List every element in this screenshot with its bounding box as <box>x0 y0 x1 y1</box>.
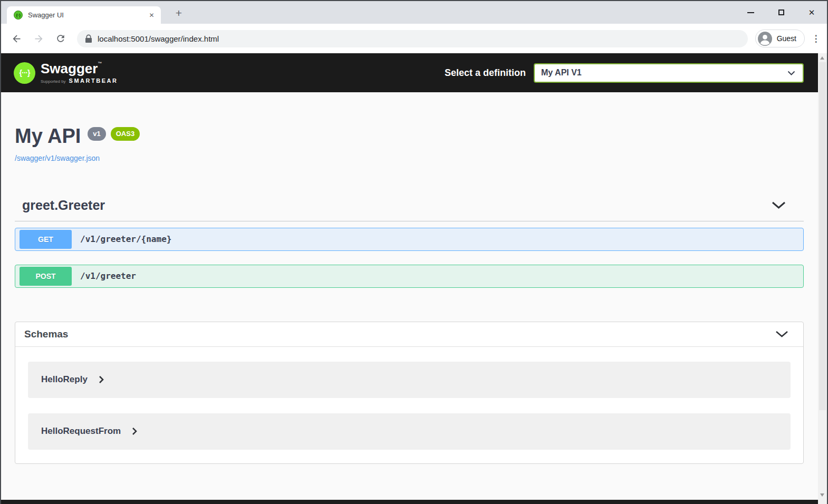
browser-tab-swagger-ui[interactable]: {··} Swagger UI ✕ <box>7 6 161 24</box>
avatar-icon <box>758 32 772 46</box>
lock-icon <box>85 34 92 43</box>
forward-arrow-icon <box>33 33 44 44</box>
supported-by-text: Supported by <box>41 79 66 84</box>
model-name: HelloReply <box>41 374 88 385</box>
swagger-favicon-icon: {··} <box>14 11 23 20</box>
method-badge-get: GET <box>20 230 72 249</box>
forward-button[interactable] <box>32 32 45 45</box>
scrollbar-corner <box>818 500 827 504</box>
back-arrow-icon <box>11 33 22 44</box>
spec-json-link[interactable]: /swagger/v1/swagger.json <box>15 154 100 162</box>
chevron-down-icon <box>787 71 795 75</box>
model-hellorequestfrom[interactable]: HelloRequestFrom <box>28 413 791 450</box>
trademark-symbol: ™ <box>98 61 102 66</box>
schemas-section: Schemas HelloReply HelloRequestFrom <box>15 322 804 464</box>
tab-close-icon[interactable]: ✕ <box>147 10 157 20</box>
api-info-section: My API v1 OAS3 /swagger/v1/swagger.json <box>15 92 804 163</box>
select-definition-label: Select a definition <box>445 67 526 79</box>
profile-name: Guest <box>777 34 796 43</box>
tag-section-greet-greeter[interactable]: greet.Greeter <box>15 198 804 221</box>
tag-name: greet.Greeter <box>22 198 105 213</box>
minimize-button[interactable] <box>735 1 766 24</box>
reload-button[interactable] <box>54 32 68 45</box>
swagger-logo-icon: {···} <box>14 62 35 84</box>
minimize-icon <box>747 12 754 13</box>
operation-path: /v1/greeter <box>80 271 136 281</box>
scrollbar-down-arrow-icon[interactable] <box>820 493 824 497</box>
reload-icon <box>55 33 66 44</box>
tab-title: Swagger UI <box>28 11 147 19</box>
chevron-right-icon <box>99 375 104 384</box>
tag-chevron-down-icon[interactable] <box>772 201 786 209</box>
swagger-page: My API v1 OAS3 /swagger/v1/swagger.json … <box>1 92 820 500</box>
models-list: HelloReply HelloRequestFrom <box>15 347 803 463</box>
method-badge-post: POST <box>20 267 72 286</box>
version-badge: v1 <box>88 127 105 141</box>
chevron-right-icon <box>132 427 137 435</box>
model-name: HelloRequestFrom <box>41 426 121 437</box>
back-button[interactable] <box>9 32 23 45</box>
browser-window: {··} Swagger UI ✕ + ✕ localhost:5001/swa… <box>0 0 828 504</box>
scrollbar-thumb[interactable] <box>819 62 826 410</box>
url-text: localhost:5001/swagger/index.html <box>98 34 219 43</box>
swagger-logo: {···} Swagger™ Supported by SMARTBEAR <box>14 62 118 84</box>
schemas-chevron-down-icon[interactable] <box>775 331 788 337</box>
model-helloreply[interactable]: HelloReply <box>28 362 791 398</box>
operation-get-greeter[interactable]: GET /v1/greeter/{name} <box>15 228 804 251</box>
api-title: My API <box>15 125 81 148</box>
browser-toolbar: localhost:5001/swagger/index.html Guest … <box>1 24 827 53</box>
schemas-header[interactable]: Schemas <box>15 322 803 347</box>
oas3-badge: OAS3 <box>111 127 140 141</box>
schemas-title: Schemas <box>24 328 68 340</box>
operation-post-greeter[interactable]: POST /v1/greeter <box>15 265 804 288</box>
maximize-icon <box>778 9 784 15</box>
vertical-scrollbar[interactable] <box>818 53 827 500</box>
window-bottom-edge <box>1 500 827 504</box>
smartbear-brand: SMARTBEAR <box>69 77 118 84</box>
scrollbar-up-arrow-icon[interactable] <box>820 56 824 60</box>
selected-definition: My API V1 <box>541 68 582 77</box>
brand-name: Swagger <box>41 61 98 76</box>
window-controls: ✕ <box>735 1 827 24</box>
definition-select[interactable]: My API V1 <box>534 63 804 83</box>
swagger-topbar: {···} Swagger™ Supported by SMARTBEAR Se… <box>1 53 820 92</box>
operation-path: /v1/greeter/{name} <box>80 234 171 244</box>
profile-button[interactable]: Guest <box>755 30 805 47</box>
tab-strip: {··} Swagger UI ✕ + ✕ <box>1 1 827 24</box>
window-close-icon: ✕ <box>808 8 815 16</box>
window-close-button[interactable]: ✕ <box>796 1 827 24</box>
maximize-button[interactable] <box>766 1 796 24</box>
browser-menu-button[interactable]: ⋮ <box>810 33 822 44</box>
address-bar[interactable]: localhost:5001/swagger/index.html <box>77 30 748 47</box>
new-tab-button[interactable]: + <box>171 5 187 21</box>
